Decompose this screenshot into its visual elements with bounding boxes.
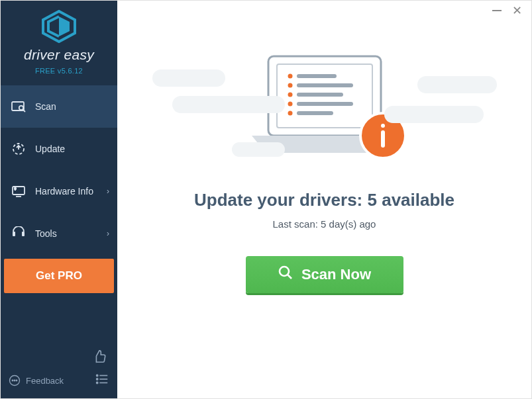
brand-version: FREE v5.6.12: [35, 67, 83, 75]
minimize-button[interactable]: [492, 10, 502, 11]
nav-label: Update: [35, 144, 65, 154]
svg-point-23: [288, 74, 292, 79]
scan-now-button[interactable]: Scan Now: [246, 256, 403, 293]
svg-rect-10: [22, 232, 25, 236]
close-button[interactable]: ✕: [512, 5, 522, 17]
laptop-illustration: [205, 43, 444, 175]
svg-point-17: [97, 378, 98, 380]
svg-rect-26: [297, 83, 353, 87]
feedback-button[interactable]: Feedback: [9, 375, 64, 386]
sidebar: driver easy FREE v5.6.12 Scan: [1, 1, 117, 398]
get-pro-label: Get PRO: [36, 269, 82, 283]
sidebar-footer: Feedback: [1, 343, 117, 398]
svg-rect-34: [381, 124, 385, 128]
app-window: ✕ driver easy FREE v5.6.12: [0, 0, 532, 399]
svg-line-37: [288, 275, 292, 279]
svg-rect-28: [297, 93, 343, 97]
svg-rect-32: [297, 111, 333, 115]
nav-item-tools[interactable]: Tools ›: [1, 212, 117, 255]
nav-label: Hardware Info: [35, 186, 93, 197]
brand-block: driver easy FREE v5.6.12: [1, 1, 117, 81]
svg-point-13: [14, 380, 15, 381]
hero: Update your drivers: 5 available Last sc…: [117, 1, 531, 293]
scan-now-label: Scan Now: [301, 266, 371, 283]
update-icon: [11, 142, 26, 156]
nav-item-update[interactable]: Update: [1, 128, 117, 170]
magnifier-icon: [278, 265, 293, 285]
nav-item-scan[interactable]: Scan: [1, 85, 117, 128]
app-logo-icon: [40, 10, 78, 43]
svg-point-2: [19, 106, 23, 110]
headline-prefix: Update your drivers:: [194, 190, 368, 210]
menu-list-icon[interactable]: [95, 372, 109, 389]
scan-icon: [11, 99, 26, 114]
svg-point-29: [288, 102, 292, 107]
svg-rect-35: [381, 130, 385, 148]
headline-suffix: available: [377, 190, 454, 210]
svg-point-27: [288, 93, 292, 97]
svg-rect-24: [297, 74, 337, 78]
svg-point-36: [280, 267, 289, 276]
chevron-right-icon: ›: [107, 187, 109, 196]
svg-point-15: [97, 375, 98, 376]
brand-name: driver easy: [24, 47, 94, 63]
svg-point-12: [12, 380, 13, 381]
tools-icon: [11, 226, 26, 241]
chevron-right-icon: ›: [107, 229, 109, 238]
svg-point-25: [288, 83, 292, 88]
nav-label: Scan: [35, 101, 56, 112]
get-pro-button[interactable]: Get PRO: [4, 259, 114, 293]
hardware-info-icon: i: [11, 184, 26, 199]
sidebar-nav: Scan Update: [1, 85, 117, 255]
last-scan-text: Last scan: 5 day(s) ago: [273, 218, 376, 230]
window-controls: ✕: [483, 1, 531, 21]
svg-point-19: [97, 382, 98, 383]
svg-rect-9: [13, 232, 15, 236]
nav-label: Tools: [35, 228, 57, 239]
feedback-label: Feedback: [26, 376, 64, 386]
thumbs-up-icon[interactable]: [92, 349, 107, 367]
svg-point-31: [288, 111, 292, 116]
nav-item-hardware[interactable]: i Hardware Info ›: [1, 170, 117, 212]
headline: Update your drivers: 5 available: [194, 190, 454, 210]
feedback-icon: [9, 375, 21, 386]
svg-rect-30: [297, 102, 353, 106]
svg-point-14: [16, 380, 17, 381]
headline-count: 5: [367, 190, 376, 210]
main-panel: Update your drivers: 5 available Last sc…: [117, 1, 531, 398]
